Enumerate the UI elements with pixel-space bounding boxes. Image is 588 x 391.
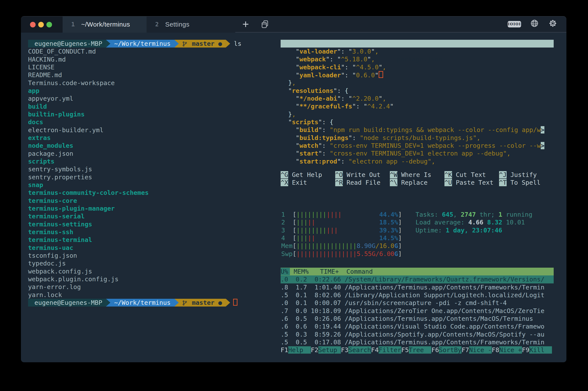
nano-shortcut: ^J Justify — [499, 171, 554, 179]
nano-shortcut: ^G Get Help — [281, 171, 335, 179]
fkey-button[interactable]: F1Help — [281, 346, 311, 354]
terminal-cursor — [233, 299, 237, 306]
process-row[interactable]: .0 0.1 0:00.07 /usr/sbin/screencapture -… — [281, 299, 554, 307]
directory-entry: terminus-uac — [28, 244, 279, 252]
directory-entry: snap — [28, 181, 279, 189]
file-entry: sentry-symbols.js — [28, 165, 279, 173]
powerline-arrow — [226, 299, 230, 306]
close-button[interactable] — [30, 22, 36, 27]
file-entry: yarn-error.log — [28, 283, 279, 291]
resource-meter: 1 [|||||||||||| 44.4%] — [281, 211, 402, 218]
nano-line: "webpack": "^5.18.0", — [281, 55, 561, 63]
tab-label: ~/Work/terminus — [81, 20, 130, 28]
htop-meters: 1 [|||||||||||| 44.4%]2 [||||| 18.5%]3 [… — [281, 211, 402, 258]
process-table-header[interactable]: U% MEM% TIME+ Command — [281, 268, 554, 276]
fkey-button[interactable]: F7Nice - — [461, 346, 492, 354]
zoom-button[interactable] — [46, 22, 52, 27]
nano-shortcut: ^U Paste Text — [444, 179, 499, 187]
fkey-button[interactable]: F3Search — [341, 346, 371, 354]
nano-shortcuts: ^G Get Help^O Write Out^W Where Is^K Cut… — [281, 171, 554, 187]
fkey-button[interactable]: F5Tree — [401, 346, 432, 354]
tab-number: 1 — [71, 20, 75, 28]
process-row[interactable]: .5 0.5 0:17.08 /Applications/Terminus.ap… — [281, 338, 554, 346]
nano-line: "yaml-loader": "0.6.0" — [281, 71, 561, 79]
git-branch-icon — [182, 300, 187, 306]
process-row[interactable]: .8 1.7 1:01.40 /Applications/Terminus.ap… — [281, 284, 554, 291]
nano-shortcut: ^R Read File — [335, 179, 390, 187]
htop-fkey-bar: F1Help F2Setup F3SearchF4FilterF5Tree F6… — [281, 346, 552, 354]
file-entry: HACKING.md — [28, 56, 279, 63]
file-entry: package.json — [28, 150, 279, 158]
tab-settings[interactable]: 2 Settings — [147, 16, 235, 33]
file-entry: yarn.lock — [28, 291, 279, 299]
nano-editor[interactable]: "val-loader": "3.0.0", "webpack": "^5.18… — [281, 48, 561, 165]
process-row[interactable]: .6 0.6 0:19.44 /Applications/Visual Stud… — [281, 322, 554, 330]
nano-titlebar: GNU nano 4.5 package.json — [281, 40, 554, 48]
file-entry: LICENSE — [28, 63, 279, 71]
tab-work-terminus[interactable]: 1 ~/Work/terminus — [63, 16, 147, 33]
nano-line: "webpack-cli": "^4.5.0", — [281, 63, 561, 71]
minimize-button[interactable] — [38, 22, 44, 27]
desktop: 1 ~/Work/terminus 2 Settings + IOIOI — [0, 0, 588, 391]
terminal-pane-left[interactable]: eugene@Eugenes-MBP ~/Work/terminus maste… — [28, 40, 279, 306]
process-row[interactable]: .6 0.5 0:26.06 /Applications/Terminus.ap… — [281, 315, 554, 322]
shell-prompt: eugene@Eugenes-MBP ~/Work/terminus maste… — [28, 40, 279, 48]
new-tab-button[interactable]: + — [238, 16, 253, 32]
nano-line: "scripts": { — [281, 118, 561, 126]
nano-line: "start:prod": "electron app --debug", — [281, 158, 561, 165]
file-entry: README.md — [28, 71, 279, 79]
file-entry: tsconfig.json — [28, 252, 279, 259]
htop-summary: Tasks: 645, 2747 thr; 1 runningLoad aver… — [416, 211, 532, 234]
powerline-arrow — [174, 40, 179, 48]
fkey-button[interactable]: F9Kill — [522, 346, 552, 354]
fkey-button[interactable]: F2Setup — [311, 346, 341, 354]
nano-shortcut: ^K Cut Text — [444, 171, 499, 179]
nano-line: "resolutions": { — [281, 87, 561, 95]
file-entry: webpack.plugin.config.js — [28, 275, 279, 283]
nano-shortcut: ^\ Replace — [390, 179, 444, 187]
file-entry: typedoc.js — [28, 259, 279, 267]
directory-entry: terminus-serial — [28, 212, 279, 220]
fkey-button[interactable]: F4Filter — [371, 346, 401, 354]
file-entry: CODE_OF_CONDUCT.md — [28, 48, 279, 55]
nano-line: }, — [281, 79, 561, 87]
nano-cursor — [379, 71, 383, 78]
powerline-arrow — [226, 40, 230, 48]
process-row[interactable]: .7 0.0 10:18.09 /Applications/ZeroTier O… — [281, 307, 554, 315]
htop-summary-line: Uptime: 1 day, 23:07:46 — [416, 226, 532, 234]
nano-line: "start": "cross-env TERMINUS_DEV=1 elect… — [281, 149, 561, 157]
nano-line: "build:typings": "node scripts/build-typ… — [281, 134, 561, 142]
file-entry: sentry.properties — [28, 173, 279, 181]
nano-line: "**/graceful-fs": "^4.2.4" — [281, 102, 561, 110]
nano-line: "val-loader": "3.0.0", — [281, 48, 561, 55]
fkey-button[interactable]: F8Nice + — [492, 346, 522, 354]
duplicate-tab-icon[interactable] — [260, 20, 270, 31]
nano-shortcut: ^W Where Is — [390, 171, 444, 179]
directory-entry: terminus-settings — [28, 220, 279, 228]
tabbar-right-icons: IOIOI — [508, 16, 558, 32]
git-branch-icon — [182, 41, 187, 47]
tab-number: 2 — [155, 20, 159, 28]
tab-label: Settings — [165, 20, 189, 28]
gear-icon[interactable] — [548, 18, 558, 30]
serial-ports-icon[interactable]: IOIOI — [508, 21, 521, 27]
globe-icon[interactable] — [530, 19, 539, 30]
process-row[interactable]: .0 0.2 0:22.66 /System/Library/Framework… — [281, 276, 554, 283]
directory-entry: app — [28, 87, 279, 95]
nano-shortcut: ^T To Spell — [499, 179, 554, 187]
fkey-button[interactable]: F6SortBy — [431, 346, 461, 354]
process-row[interactable]: .5 0.1 8:02.06 /Library/Application Supp… — [281, 291, 554, 299]
nano-shortcut: ^X Exit — [281, 179, 335, 187]
resource-meter: Swp[||||||||||||||||5.55G/6.00G] — [281, 250, 402, 258]
resource-meter: 4 [||||| 14.5%] — [281, 234, 402, 242]
nano-shortcut: ^O Write Out — [335, 171, 390, 179]
nano-line: "watch": "cross-env TERMINUS_DEV=1 webpa… — [281, 142, 561, 149]
directory-entry: build — [28, 102, 279, 110]
process-row[interactable]: .5 0.3 8:59.26 /Applications/Spotify.app… — [281, 330, 554, 338]
directory-entry: terminus-plugin-manager — [28, 204, 279, 212]
directory-entry: terminus-ssh — [28, 228, 279, 236]
directory-entry: docs — [28, 118, 279, 126]
directory-entry: builtin-plugins — [28, 110, 279, 118]
nano-line: "build": "npm run build:typings && webpa… — [281, 126, 561, 134]
htop-process-table[interactable]: U% MEM% TIME+ Command.0 0.2 0:22.66 /Sys… — [281, 268, 554, 346]
